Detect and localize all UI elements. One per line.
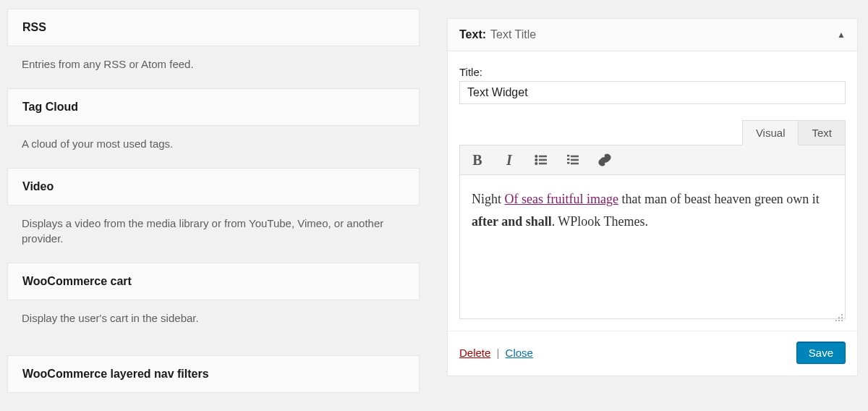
content-bold: after and shall [472, 214, 552, 229]
content-mid: that man of beast heaven green own it [618, 192, 820, 206]
panel-header-type: Text [459, 28, 482, 41]
svg-rect-11 [571, 163, 579, 164]
collapse-icon[interactable]: ▲ [837, 30, 846, 40]
save-button[interactable]: Save [796, 342, 846, 364]
panel-header-subtitle: Text Title [490, 28, 536, 41]
svg-point-2 [535, 158, 537, 161]
editor-toolbar: B I [459, 145, 846, 174]
svg-point-12 [841, 314, 843, 315]
svg-rect-5 [540, 163, 547, 164]
widget-item-rss[interactable]: RSS [7, 9, 420, 46]
title-input[interactable] [459, 81, 846, 104]
widget-item-tag-cloud[interactable]: Tag Cloud [7, 88, 420, 126]
svg-point-14 [841, 317, 843, 318]
editor-tabs: Visual Text [459, 120, 846, 145]
svg-point-15 [835, 320, 837, 321]
widget-item-woocommerce-layered-nav[interactable]: WooCommerce layered nav filters [7, 355, 420, 393]
text-widget-panel: Text: Text Title ▲ Title: Visual Text B … [447, 18, 858, 376]
svg-rect-9 [571, 159, 579, 161]
italic-button[interactable]: I [501, 151, 518, 169]
svg-rect-1 [540, 156, 547, 157]
svg-point-16 [838, 320, 840, 321]
resize-handle-icon[interactable] [833, 307, 843, 317]
delete-link[interactable]: Delete [459, 347, 490, 359]
panel-header[interactable]: Text: Text Title ▲ [448, 19, 857, 51]
close-link[interactable]: Close [506, 347, 533, 359]
widget-item-rss-desc: Entries from any RSS or Atom feed. [7, 46, 420, 80]
svg-point-13 [838, 317, 840, 318]
widget-item-video[interactable]: Video [7, 168, 420, 206]
svg-point-4 [535, 162, 537, 164]
content-pre: Night [472, 192, 505, 206]
numbered-list-button[interactable] [564, 151, 582, 169]
link-button[interactable] [596, 151, 613, 169]
title-label: Title: [459, 66, 846, 78]
widget-item-video-desc: Displays a video from the media library … [7, 206, 420, 255]
svg-point-17 [841, 320, 843, 321]
available-widgets-list: RSS Entries from any RSS or Atom feed. T… [0, 0, 427, 411]
svg-rect-6 [568, 155, 570, 156]
bullet-list-button[interactable] [532, 151, 550, 169]
bold-button[interactable]: B [469, 151, 486, 169]
content-post: . WPlook Themes. [552, 214, 648, 229]
editor-content[interactable]: Night Of seas fruitful image that man of… [459, 174, 846, 319]
tab-visual[interactable]: Visual [742, 120, 799, 145]
widget-item-tag-cloud-desc: A cloud of your most used tags. [7, 126, 420, 159]
panel-footer: Delete | Close Save [448, 331, 857, 376]
svg-rect-10 [568, 162, 570, 164]
svg-rect-8 [568, 158, 570, 160]
tab-text[interactable]: Text [798, 120, 846, 145]
panel-header-title: Text: Text Title [459, 28, 536, 41]
content-link[interactable]: Of seas fruitful image [505, 192, 618, 206]
svg-rect-3 [540, 159, 547, 161]
svg-point-0 [535, 155, 537, 157]
widget-item-woocommerce-cart-desc: Display the user's cart in the sidebar. [7, 300, 420, 334]
widget-item-woocommerce-cart[interactable]: WooCommerce cart [7, 263, 420, 300]
svg-rect-7 [571, 156, 579, 157]
